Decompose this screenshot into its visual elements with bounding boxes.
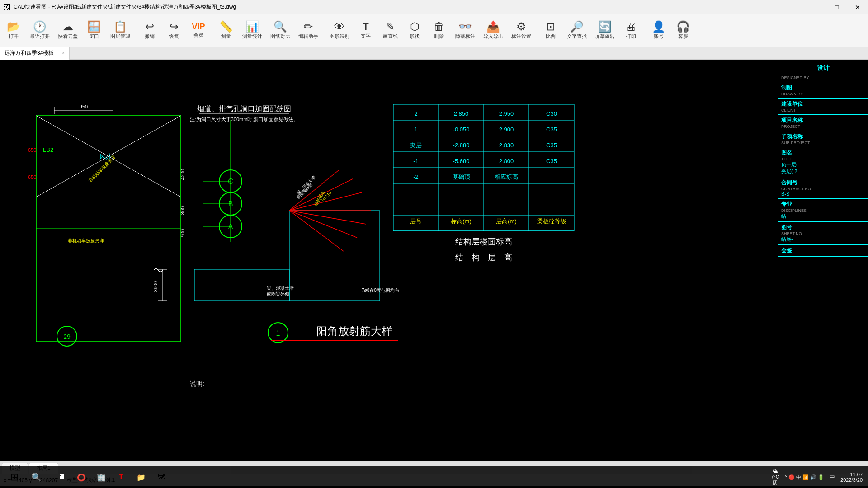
subproject-row: 子项名称 SUB-PROJECT — [778, 131, 868, 147]
tab-label: 远洋万和四季3#楼板－ — [5, 49, 59, 57]
tab-close[interactable]: × — [62, 51, 65, 56]
vip-icon: VIP — [192, 23, 205, 31]
svg-text:2.900: 2.900 — [499, 126, 514, 133]
svg-text:烟道、排气孔洞口加固配筋图: 烟道、排气孔洞口加固配筋图 — [197, 105, 291, 113]
toolbar-hide[interactable]: 👓 隐藏标注 — [452, 19, 479, 42]
close-button[interactable]: ✕ — [847, 0, 868, 14]
separator-5 — [645, 19, 645, 42]
toolbar-vip[interactable]: VIP 会员 — [187, 21, 210, 40]
toolbar-service[interactable]: 🎧 客服 — [671, 19, 695, 42]
recognize-label: 图形识别 — [330, 33, 349, 40]
measure-icon: 📏 — [219, 21, 233, 32]
toolbar-window[interactable]: 🪟 窗口 — [82, 19, 106, 42]
sys-tray: ^ 🔴 中 📶 🔊 🔋 — [785, 474, 824, 481]
account-icon: 👤 — [652, 21, 665, 32]
line-icon: ✎ — [386, 21, 395, 32]
toolbar-stats[interactable]: 📊 测量统计 — [239, 19, 266, 42]
main-area: 烟道、排气孔洞口加固配筋图 注:为洞口尺寸大于300mm时,洞口加固参见做法。 … — [0, 60, 868, 461]
toolbar-redo[interactable]: ↪ 恢复 — [162, 19, 186, 42]
toolbar-textsearch[interactable]: 🔎 文字查找 — [563, 19, 590, 42]
systray-icons: ^ 🔴 中 📶 🔊 🔋 — [785, 474, 824, 481]
layers-icon: 📋 — [113, 21, 127, 32]
document-tab[interactable]: 远洋万和四季3#楼板－ × — [0, 47, 70, 60]
toolbar-layers[interactable]: 📋 图层管理 — [107, 19, 134, 42]
taskbar-app1[interactable]: 🏢 — [92, 468, 110, 486]
toolbar: 📂 打开 🕐 最近打开 ☁ 快看云盘 🪟 窗口 📋 图层管理 ↩ 撤销 ↪ 恢复… — [0, 14, 868, 47]
minimize-button[interactable]: — — [806, 0, 826, 14]
toolbar-text[interactable]: T 文字 — [354, 20, 377, 41]
tab-bar: 远洋万和四季3#楼板－ × — [0, 47, 868, 60]
toolbar-import[interactable]: 📤 导入导出 — [480, 19, 507, 42]
separator-1 — [136, 19, 136, 42]
project-title: 项目名称 — [781, 117, 865, 124]
vip-label: 会员 — [193, 32, 203, 38]
open-label: 打开 — [9, 33, 19, 40]
toolbar-marksettings[interactable]: ⚙ 标注设置 — [508, 19, 535, 42]
contract-value: B-S — [781, 191, 865, 197]
toolbar-undo[interactable]: ↩ 撤销 — [138, 19, 161, 42]
text-icon: T — [363, 22, 368, 32]
toolbar-scale[interactable]: ⊡ 比例 — [539, 19, 562, 42]
delete-label: 删除 — [434, 33, 444, 40]
shape-icon: ⬡ — [410, 21, 420, 32]
compare-icon: 🔍 — [274, 21, 287, 32]
toolbar-print[interactable]: 🖨 打印 — [619, 19, 643, 42]
taskbar-files[interactable]: 📁 — [132, 468, 150, 486]
svg-text:1: 1 — [276, 329, 280, 337]
svg-text:3900: 3900 — [153, 281, 158, 292]
window-title: CAD快速看图 - F:\毕设图纸\新建文件夹\新建文件夹\3#楼结构\远洋万和… — [14, 3, 236, 11]
discipline-row: 专业 DISCIPLINES 结 — [778, 199, 868, 222]
start-button[interactable]: ⊞ — [5, 468, 24, 486]
toolbar-delete[interactable]: 🗑 删除 — [427, 19, 451, 42]
toolbar-compare[interactable]: 🔍 图纸对比 — [267, 19, 294, 42]
cad-drawing-area[interactable]: 烟道、排气孔洞口加固配筋图 注:为洞口尺寸大于300mm时,洞口加固参见做法。 … — [0, 60, 778, 461]
svg-text:-5.680: -5.680 — [453, 158, 470, 164]
svg-text:梁板砼等级: 梁板砼等级 — [537, 218, 566, 225]
search-button[interactable]: 🔍 — [27, 468, 45, 486]
toolbar-line[interactable]: ✎ 画直线 — [378, 19, 402, 42]
svg-text:非机动车披皮另详: 非机动车披皮另详 — [68, 238, 104, 243]
client-sub: CLIENT — [781, 108, 865, 113]
taskbar-desktop[interactable]: 🖥 — [52, 468, 71, 486]
taskbar-right: 🌥 7°C 阴 ^ 🔴 中 📶 🔊 🔋 中 11:07 2022/3/20 — [771, 469, 863, 486]
edit-icon: ✏ — [304, 21, 313, 32]
import-icon: 📤 — [486, 21, 500, 32]
recent-icon: 🕐 — [33, 21, 47, 32]
svg-text:2.850: 2.850 — [454, 110, 469, 117]
taskbar-office[interactable]: ⭕ — [72, 468, 90, 486]
date: 2022/3/20 — [840, 477, 863, 483]
taskbar-app3[interactable]: 🗺 — [152, 468, 170, 486]
taskbar-app2[interactable]: T — [112, 468, 130, 486]
scale-label: 比例 — [546, 33, 556, 40]
drawn-title: 制图 — [781, 84, 865, 92]
toolbar-rotate[interactable]: 🔄 屏幕旋转 — [591, 19, 618, 42]
svg-text:650: 650 — [28, 174, 36, 180]
app-icon: 🖼 — [4, 3, 11, 11]
weather-desc: 阴 — [773, 479, 778, 486]
toolbar-shape[interactable]: ⬡ 形状 — [403, 19, 426, 42]
toolbar-account[interactable]: 👤 账号 — [647, 19, 670, 42]
recognize-icon: 👁 — [334, 21, 345, 32]
toolbar-recent[interactable]: 🕐 最近打开 — [26, 19, 53, 42]
marksettings-label: 标注设置 — [511, 33, 531, 40]
svg-text:2.830: 2.830 — [499, 142, 514, 149]
toolbar-measure[interactable]: 📏 测量 — [214, 19, 238, 42]
cad-svg: 烟道、排气孔洞口加固配筋图 注:为洞口尺寸大于300mm时,洞口加固参见做法。 … — [0, 60, 778, 461]
title-text: 🖼 CAD快速看图 - F:\毕设图纸\新建文件夹\新建文件夹\3#楼结构\远洋… — [0, 3, 236, 11]
stamp-row: 会签 — [778, 245, 868, 257]
import-label: 导入导出 — [483, 33, 503, 40]
print-icon: 🖨 — [626, 21, 637, 32]
service-label: 客服 — [678, 33, 688, 40]
toolbar-recognize[interactable]: 👁 图形识别 — [326, 19, 353, 42]
sheet-sub: SHEET NO. — [781, 231, 865, 236]
hide-icon: 👓 — [458, 21, 472, 32]
toolbar-cloud[interactable]: ☁ 快看云盘 — [54, 19, 81, 42]
maximize-button[interactable]: □ — [826, 0, 847, 14]
discipline-sub: DISCIPLINES — [781, 208, 865, 213]
toolbar-edit[interactable]: ✏ 编辑助手 — [295, 19, 322, 42]
discipline-title: 专业 — [781, 201, 865, 208]
svg-text:C35: C35 — [546, 126, 557, 133]
undo-label: 撤销 — [145, 33, 155, 40]
toolbar-open[interactable]: 📂 打开 — [2, 19, 25, 42]
stats-label: 测量统计 — [242, 33, 262, 40]
